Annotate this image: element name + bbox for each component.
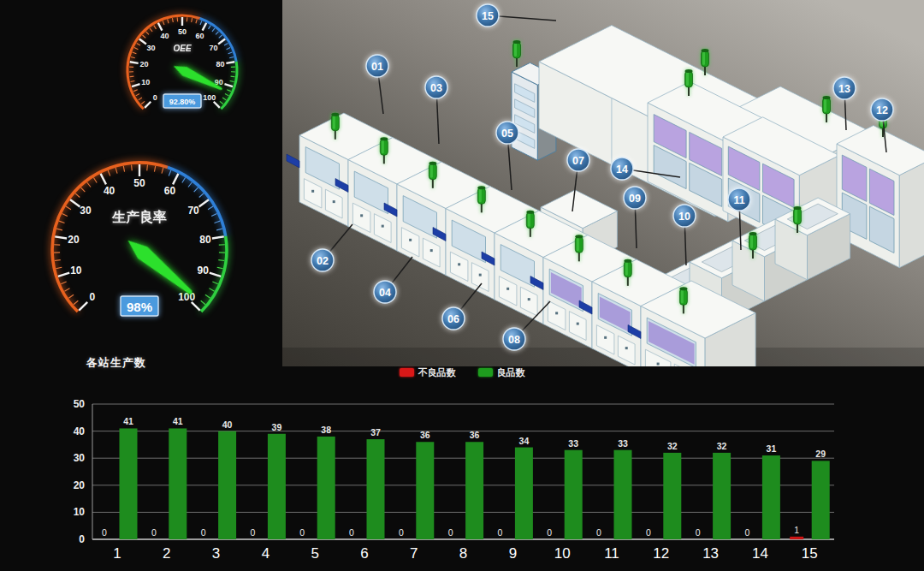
bar-defect-value: 0: [102, 527, 107, 538]
gauge-tick: [55, 236, 67, 238]
x-tick-label: 10: [554, 545, 571, 562]
station-badge-label: 04: [379, 287, 391, 299]
gauge-tick: [134, 48, 139, 50]
bar-good-4: [268, 434, 286, 539]
gauge-tick: [79, 302, 87, 311]
gauge-tick: [59, 221, 65, 223]
gauge-tick: [225, 93, 228, 95]
gauge-tick: [201, 300, 205, 304]
gauge-tick-label: 60: [164, 185, 176, 197]
gauge-tick: [66, 206, 71, 210]
gauge-tick-label: 40: [161, 32, 169, 40]
gauge-tick: [210, 273, 221, 277]
station-badge-label: 13: [838, 83, 850, 95]
gauge-tick: [142, 35, 145, 38]
x-tick-label: 1: [113, 545, 121, 562]
bar-good-value: 37: [370, 427, 381, 437]
gauge-tick: [108, 170, 110, 176]
gauge-tick: [74, 300, 78, 304]
gauge-tick: [56, 267, 62, 269]
x-tick-label: 4: [262, 545, 270, 562]
gauge-tick: [132, 84, 140, 86]
bar-good-12: [663, 453, 681, 539]
yield-gauge: 0102030405060708090100生产良率98%: [52, 163, 227, 316]
gauge-tick: [194, 187, 198, 192]
bar-defect-value: 0: [646, 527, 651, 538]
gauge-tick: [131, 57, 135, 58]
gauge-tick: [68, 294, 74, 298]
gauge-tick: [75, 193, 80, 198]
gauge-tick: [146, 32, 149, 35]
gauge-tick-label: 20: [68, 234, 80, 246]
gauge-tick: [214, 102, 220, 108]
gauge-value: 92.80%: [169, 98, 196, 106]
gauge-tick-label: 30: [80, 205, 92, 217]
gauge-tick: [101, 174, 106, 184]
gauge-tick: [147, 164, 148, 170]
gauge-tick: [116, 168, 117, 174]
station-badge-label: 05: [501, 128, 513, 140]
gauge-tick: [215, 221, 221, 223]
gauge-tick-label: 0: [90, 291, 96, 303]
gauge-tick: [56, 229, 62, 230]
x-tick-label: 12: [653, 545, 669, 562]
gauge-tick: [61, 282, 66, 284]
bar-defect-value: 0: [547, 527, 552, 538]
gauge-tick-label: 30: [147, 44, 156, 52]
bar-defect-value: 0: [250, 527, 255, 538]
gauge-tick: [224, 84, 233, 86]
x-tick-label: 6: [360, 545, 368, 562]
production-dashboard: 0102030405060708090100OEE92.80%010203040…: [0, 0, 924, 571]
gauge-tick: [188, 182, 192, 187]
y-tick-label: 30: [74, 452, 86, 464]
gauge-tick: [220, 101, 223, 104]
gauge-tick: [145, 102, 151, 108]
y-tick-label: 10: [74, 506, 86, 518]
gauge-tick-label: 70: [187, 205, 199, 217]
bar-defect-value: 0: [744, 527, 749, 538]
bar-good-10: [565, 450, 583, 539]
bar-good-7: [416, 442, 434, 539]
x-tick-label: 13: [702, 545, 719, 562]
bar-good-1: [120, 428, 138, 539]
gauge-tick: [169, 170, 171, 176]
gauge-tick-label: 80: [216, 60, 224, 68]
gauge-tick: [200, 21, 202, 25]
gauge-tick-label: 100: [178, 291, 195, 303]
y-tick-label: 0: [79, 533, 85, 545]
gauge-tick: [216, 229, 222, 230]
gauge-tick: [150, 28, 152, 32]
gauge-tick: [205, 294, 210, 298]
bar-good-value: 40: [222, 419, 233, 430]
gauge-needle: [123, 235, 197, 300]
x-tick-label: 15: [802, 545, 818, 562]
gauge-tick-label: 20: [140, 60, 149, 68]
bar-good-value: 38: [321, 425, 331, 435]
gauge-tick: [64, 288, 69, 291]
gauge-tick: [139, 98, 142, 100]
x-tick-label: 11: [604, 545, 619, 562]
gauge-tick: [230, 80, 234, 81]
gauge-tick: [226, 62, 234, 63]
gauge-tick-label: 0: [153, 93, 157, 102]
gauge-tick: [212, 282, 217, 284]
bar-good-value: 32: [667, 441, 678, 451]
bar-good-value: 32: [717, 441, 727, 451]
gauge-tick-label: 90: [198, 265, 210, 277]
legend-swatch-good-icon: [478, 368, 493, 377]
bar-good-6: [367, 439, 385, 539]
gauge-tick: [154, 166, 155, 172]
y-tick-label: 20: [74, 479, 86, 491]
x-tick-label: 2: [163, 545, 170, 562]
gauge-tick: [132, 164, 133, 170]
bar-good-9: [515, 448, 533, 539]
gauge-tick: [199, 199, 209, 206]
gauge-tick: [58, 273, 69, 277]
gauge-tick: [123, 166, 124, 172]
gauge-tick: [137, 43, 140, 45]
gauge-tick: [133, 52, 137, 54]
gauge-tick-label: 10: [141, 78, 150, 86]
bar-good-value: 41: [173, 416, 183, 426]
station-badge-label: 06: [447, 313, 459, 325]
bar-good-value: 31: [767, 443, 777, 454]
